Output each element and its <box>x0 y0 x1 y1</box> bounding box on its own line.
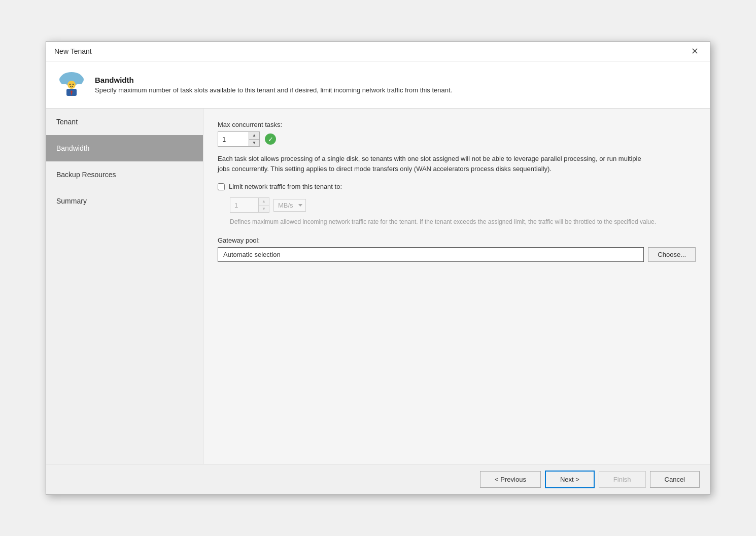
header-section: Bandwidth Specify maximum number of task… <box>46 61 710 109</box>
next-button[interactable]: Next > <box>545 471 595 488</box>
gateway-row: Choose... <box>218 247 696 262</box>
previous-button[interactable]: < Previous <box>480 471 541 488</box>
svg-point-7 <box>70 84 71 85</box>
max-tasks-down-button[interactable]: ▼ <box>249 139 259 146</box>
svg-point-8 <box>73 84 74 85</box>
sidebar-item-tenant[interactable]: Tenant <box>46 109 203 135</box>
sidebar-item-backup-resources[interactable]: Backup Resources <box>46 161 203 188</box>
limit-up-button: ▲ <box>259 198 269 205</box>
limit-value-row: ▲ ▼ MB/s KB/s GB/s <box>230 197 696 213</box>
limit-checkbox-row: Limit network traffic from this tenant t… <box>218 183 696 190</box>
wizard-icon <box>56 70 87 100</box>
sidebar-item-summary[interactable]: Summary <box>46 188 203 214</box>
sidebar-item-bandwidth[interactable]: Bandwidth <box>46 135 203 161</box>
limit-down-button: ▼ <box>259 205 269 212</box>
task-info-text: Each task slot allows processing of a si… <box>218 154 654 174</box>
dialog: New Tenant ✕ Bandw <box>46 41 710 495</box>
max-tasks-spinner-buttons: ▲ ▼ <box>249 132 259 146</box>
limit-spinner: ▲ ▼ <box>230 197 269 213</box>
page-description: Specify maximum number of task slots ava… <box>95 86 452 94</box>
limit-hint-text: Defines maximum allowed incoming network… <box>230 218 666 226</box>
header-text: Bandwidth Specify maximum number of task… <box>95 76 452 94</box>
sidebar: Tenant Bandwidth Backup Resources Summar… <box>46 109 203 464</box>
limit-value-input <box>230 198 258 212</box>
max-tasks-label: Max concurrent tasks: <box>218 121 696 128</box>
footer: < Previous Next > Finish Cancel <box>46 464 710 494</box>
limit-checkbox-label[interactable]: Limit network traffic from this tenant t… <box>229 183 342 190</box>
max-tasks-row: ▲ ▼ ✓ <box>218 131 696 147</box>
page-title: Bandwidth <box>95 76 452 84</box>
limit-unit-select: MB/s KB/s GB/s <box>273 199 306 212</box>
title-bar: New Tenant ✕ <box>46 42 710 61</box>
finish-button: Finish <box>599 471 646 488</box>
main-content: Max concurrent tasks: ▲ ▼ ✓ Each task sl… <box>203 109 710 464</box>
max-tasks-input[interactable] <box>218 132 249 146</box>
close-button[interactable]: ✕ <box>688 46 702 57</box>
limit-checkbox[interactable] <box>218 183 225 190</box>
limit-spinner-buttons: ▲ ▼ <box>258 198 269 212</box>
max-tasks-spinner: ▲ ▼ <box>218 131 260 147</box>
max-tasks-up-button[interactable]: ▲ <box>249 132 259 139</box>
gateway-label: Gateway pool: <box>218 237 696 244</box>
content-area: Tenant Bandwidth Backup Resources Summar… <box>46 109 710 464</box>
svg-point-4 <box>67 81 76 89</box>
valid-icon: ✓ <box>265 133 276 145</box>
gateway-input[interactable] <box>218 247 644 262</box>
cancel-button[interactable]: Cancel <box>650 471 700 488</box>
dialog-title: New Tenant <box>54 47 92 55</box>
choose-button[interactable]: Choose... <box>648 247 696 262</box>
